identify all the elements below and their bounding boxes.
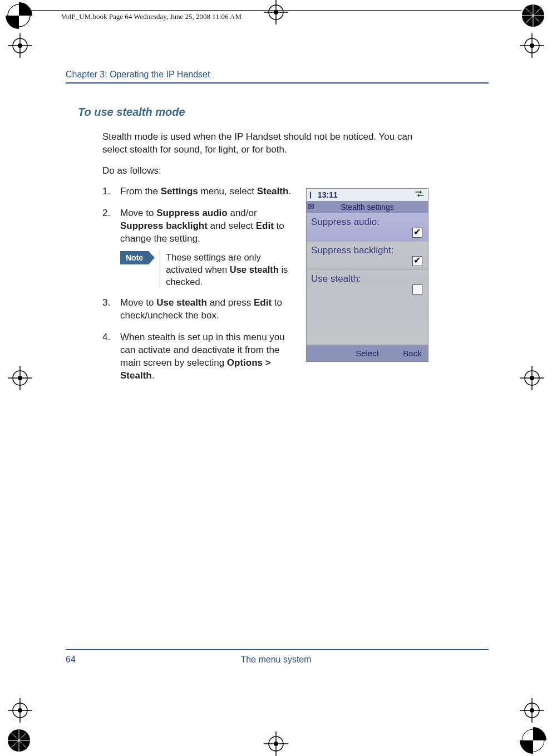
phone-screenshot: ▎ 13:11 ✉ Stealth settings Suppress audi… <box>306 188 428 362</box>
registration-mark-bottom-left <box>6 727 32 754</box>
step-2: 2. Move to Suppress audio and/or Suppres… <box>102 207 300 288</box>
print-header-rule <box>31 10 521 11</box>
crop-mark-icon <box>264 732 288 756</box>
svg-point-41 <box>18 376 22 380</box>
svg-point-45 <box>530 376 534 380</box>
svg-point-17 <box>18 43 22 48</box>
phone-row-use-stealth[interactable]: Use stealth: <box>307 270 428 298</box>
mail-icon: ✉ <box>308 202 314 211</box>
step-4: 4. When stealth is set up in this menu y… <box>102 331 300 382</box>
footer-rule <box>66 649 489 650</box>
section-title: To use stealth mode <box>78 106 434 119</box>
chapter-header: Chapter 3: Operating the IP Handset <box>66 70 210 80</box>
crop-mark-icon <box>520 33 544 58</box>
crop-mark-icon <box>8 698 32 723</box>
intro-paragraph: Stealth mode is used when the IP Handset… <box>102 131 431 156</box>
phone-row-suppress-audio[interactable]: Suppress audio: <box>307 213 428 241</box>
step-number: 2. <box>102 207 110 220</box>
phone-row-label: Suppress audio: <box>311 217 379 227</box>
crop-mark-icon <box>520 366 544 390</box>
registration-mark-top-right <box>520 2 546 29</box>
step-number: 1. <box>102 185 110 198</box>
phone-row-label: Use stealth: <box>311 273 361 284</box>
phone-row-label: Suppress backlight: <box>311 245 393 256</box>
crop-mark-icon <box>520 698 544 723</box>
checkbox-checked-icon[interactable] <box>412 228 422 238</box>
step-text: From the Settings menu, select Stealth. <box>120 186 291 197</box>
registration-mark-bottom-right <box>520 727 546 754</box>
step-number: 3. <box>102 297 110 310</box>
softkey-back[interactable]: Back <box>397 348 428 358</box>
steps-list: 1. From the Settings menu, select Stealt… <box>102 185 300 382</box>
checkbox-checked-icon[interactable] <box>412 256 422 266</box>
svg-point-33 <box>530 708 534 713</box>
phone-row-suppress-backlight[interactable]: Suppress backlight: <box>307 242 428 269</box>
signal-icon: ▎ <box>310 192 314 198</box>
step-1: 1. From the Settings menu, select Stealt… <box>102 185 300 198</box>
svg-point-25 <box>274 10 278 14</box>
note-text: These settings are only activated when U… <box>160 251 300 288</box>
do-as-follows: Do as follows: <box>102 165 434 176</box>
crop-mark-icon <box>8 366 32 390</box>
softkey-select[interactable]: Select <box>338 348 397 358</box>
phone-time: 13:11 <box>318 190 411 199</box>
phone-body: Suppress audio: Suppress backlight: Use … <box>307 213 428 345</box>
step-number: 4. <box>102 331 110 344</box>
checkbox-unchecked-icon[interactable] <box>412 284 422 294</box>
crop-mark-icon <box>264 0 288 24</box>
note-block: Note These settings are only activated w… <box>120 251 300 288</box>
chapter-header-rule <box>66 82 489 84</box>
phone-screen-title: Stealth settings <box>307 201 428 213</box>
print-header: VoIP_UM.book Page 64 Wednesday, June 25,… <box>61 12 241 21</box>
footer-section-title: The menu system <box>0 655 552 665</box>
registration-mark-top-left <box>6 2 32 29</box>
svg-point-37 <box>274 742 278 746</box>
step-text: When stealth is set up in this menu you … <box>120 332 285 381</box>
svg-point-29 <box>18 708 22 713</box>
step-3: 3. Move to Use stealth and press Edit to… <box>102 297 300 322</box>
note-badge: Note <box>120 251 149 264</box>
phone-softkey-bar: Select Back <box>307 345 428 361</box>
step-text: Move to Use stealth and press Edit to ch… <box>120 297 282 321</box>
step-text: Move to Suppress audio and/or Suppress b… <box>120 208 284 244</box>
svg-point-21 <box>530 43 534 48</box>
crop-mark-icon <box>8 33 32 58</box>
phone-status-bar: ▎ 13:11 <box>307 189 428 201</box>
sync-arrows-icon <box>415 190 425 200</box>
